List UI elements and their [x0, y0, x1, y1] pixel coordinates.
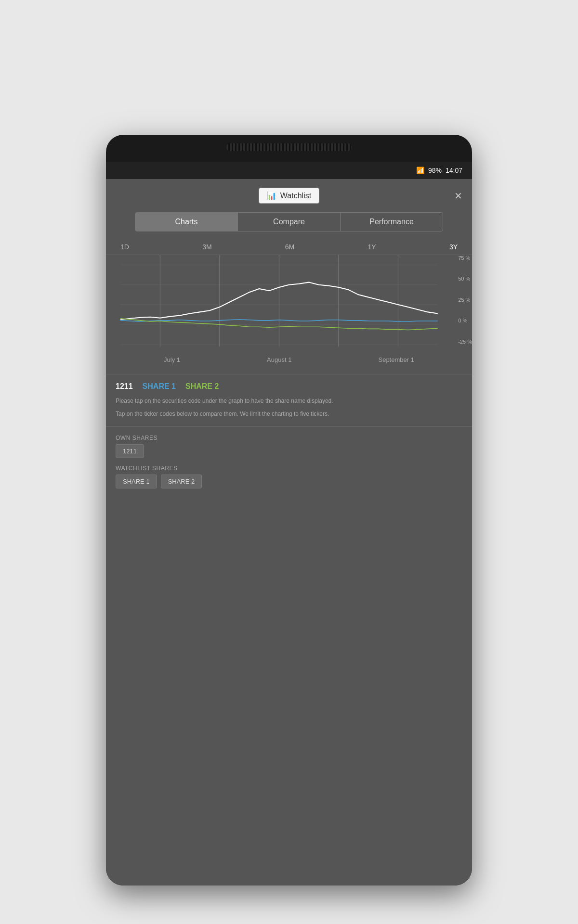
- legend-share1[interactable]: SHARE 1: [143, 382, 176, 391]
- chart-divider-1: [106, 374, 472, 374]
- watchlist-shares-list: SHARE 1 SHARE 2: [106, 475, 472, 493]
- y-label-25: 25 %: [458, 297, 472, 303]
- y-label-75: 75 %: [458, 255, 472, 261]
- period-3y[interactable]: 3Y: [449, 243, 458, 251]
- x-label-september: September 1: [378, 356, 414, 363]
- y-label-0: 0 %: [458, 318, 472, 323]
- watchlist-shares-label: WATCHLIST SHARES: [106, 463, 472, 475]
- info-text-1: Please tap on the securities code under …: [106, 395, 472, 408]
- period-3m[interactable]: 3M: [202, 243, 211, 251]
- app-bar: 📊 Watchlist ✕: [106, 179, 472, 212]
- legend-share2[interactable]: SHARE 2: [185, 382, 219, 391]
- wifi-icon: 📶: [416, 167, 424, 174]
- app-title-badge: 📊 Watchlist: [259, 188, 319, 204]
- watchlist-share-2[interactable]: SHARE 2: [161, 475, 202, 488]
- tab-bar: Charts Compare Performance: [135, 212, 443, 231]
- x-axis-labels: July 1 August 1 September 1: [106, 354, 472, 365]
- own-share-1211[interactable]: 1211: [116, 444, 144, 458]
- status-time: 14:07: [446, 167, 462, 174]
- legend-1211[interactable]: 1211: [116, 382, 133, 391]
- info-text-2: Tap on the ticker codes below to compare…: [106, 408, 472, 421]
- tablet-device: 📶 98% 14:07 📊 Watchlist ✕ Charts Compare…: [106, 135, 472, 886]
- period-6m[interactable]: 6M: [285, 243, 294, 251]
- y-label-50: 50 %: [458, 276, 472, 282]
- close-button[interactable]: ✕: [454, 190, 462, 202]
- x-label-july: July 1: [164, 356, 180, 363]
- battery-indicator: 98%: [428, 167, 442, 174]
- time-period-selector: 1D 3M 6M 1Y 3Y: [106, 239, 472, 255]
- watchlist-share-1[interactable]: SHARE 1: [116, 475, 157, 488]
- app-content: 📊 Watchlist ✕ Charts Compare Performance…: [106, 179, 472, 886]
- y-label-neg25: -25 %: [458, 339, 472, 345]
- tab-compare[interactable]: Compare: [238, 213, 341, 231]
- period-1y[interactable]: 1Y: [368, 243, 376, 251]
- x-label-august: August 1: [267, 356, 291, 363]
- chart-svg: [120, 255, 458, 354]
- section-divider-1: [106, 426, 472, 427]
- tab-charts[interactable]: Charts: [135, 213, 238, 231]
- watchlist-icon: 📊: [267, 191, 276, 200]
- status-bar: 📶 98% 14:07: [106, 162, 472, 179]
- own-shares-label: OWN SHARES: [106, 433, 472, 444]
- chart-legend: 1211 SHARE 1 SHARE 2: [106, 378, 472, 395]
- chart-container: 1D 3M 6M 1Y 3Y: [106, 239, 472, 370]
- speaker-grille: [226, 143, 352, 151]
- tab-performance[interactable]: Performance: [341, 213, 443, 231]
- period-1d[interactable]: 1D: [120, 243, 129, 251]
- app-title-text: Watchlist: [280, 192, 311, 200]
- own-shares-list: 1211: [106, 444, 472, 463]
- chart-svg-wrapper: 75 % 50 % 25 % 0 % -25 %: [106, 255, 472, 354]
